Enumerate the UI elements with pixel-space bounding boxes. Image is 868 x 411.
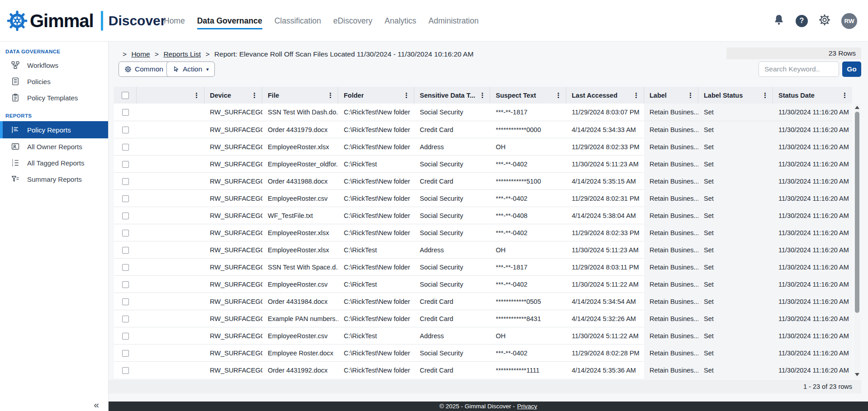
nav-item-data-governance[interactable]: Data Governance: [197, 13, 262, 29]
scroll-down-arrow-icon[interactable]: [855, 373, 859, 376]
row-checkbox[interactable]: [122, 109, 129, 116]
row-checkbox[interactable]: [122, 298, 129, 305]
row-checkbox[interactable]: [122, 127, 129, 133]
column-menu-kebab-icon[interactable]: ⋮: [762, 92, 768, 99]
scrollbar-thumb[interactable]: [855, 112, 859, 313]
search-input[interactable]: [759, 61, 839, 77]
table-row[interactable]: RW_SURFACEGOOrder 4431992.docxC:\RickTes…: [114, 361, 852, 378]
footer-privacy-link[interactable]: Privacy: [517, 403, 537, 410]
cell-file: Order 4431988.docx: [262, 173, 338, 190]
cell-folder: C:\RickTest\New folder: [338, 293, 414, 310]
nav-item-home[interactable]: Home: [164, 13, 185, 29]
cell-suspect: ***-**-0402: [490, 156, 566, 173]
help-icon[interactable]: ?: [796, 15, 808, 27]
nav-item-ediscovery[interactable]: eDiscovery: [333, 13, 373, 29]
column-menu-kebab-icon[interactable]: ⋮: [555, 92, 562, 99]
user-avatar[interactable]: RW: [841, 13, 857, 29]
column-menu-kebab-icon[interactable]: ⋮: [633, 92, 640, 99]
sidebar-item-policies[interactable]: Policies: [0, 73, 108, 90]
sidebar: DATA GOVERNANCEWorkflowsPoliciesPolicy T…: [0, 42, 109, 411]
sidebar-item-all-owner-reports[interactable]: All Owner Reports: [0, 138, 108, 155]
row-checkbox[interactable]: [122, 230, 129, 236]
table-row[interactable]: RW_SURFACEGOOrder 4431979.docxC:\RickTes…: [114, 121, 852, 138]
cell-status_date: 11/30/2024 11:16:20 AM: [773, 224, 852, 241]
breadcrumb-link-reports-list[interactable]: Reports List: [163, 50, 201, 58]
table-row[interactable]: RW_SURFACEGOEmployeeRoster_oldfor...C:\R…: [114, 155, 852, 172]
row-checkbox[interactable]: [122, 264, 129, 271]
breadcrumb-link-home[interactable]: Home: [131, 50, 150, 58]
cell-sensitive: Credit Card: [414, 293, 490, 310]
nav-item-classification[interactable]: Classification: [275, 13, 321, 29]
settings-gear-icon[interactable]: [818, 14, 831, 28]
sidebar-item-summary-reports[interactable]: Summary Reports: [0, 171, 108, 187]
select-all-checkbox[interactable]: [122, 92, 129, 99]
table-row[interactable]: RW_SURFACEGOEmployee Roster.docxC:\RickT…: [114, 344, 852, 361]
table-row[interactable]: RW_SURFACEGOEmployeeRoster.xlsxC:\RickTe…: [114, 224, 852, 241]
cell-file: WF_TestFile.txt: [262, 207, 338, 224]
row-checkbox[interactable]: [122, 316, 129, 322]
table-row[interactable]: RW_SURFACEGOEmployeeRoster.xlsxC:\RickTe…: [114, 241, 852, 258]
nav-item-analytics[interactable]: Analytics: [384, 13, 416, 29]
row-checkbox[interactable]: [122, 350, 129, 357]
sidebar-item-workflows[interactable]: Workflows: [0, 57, 108, 73]
scroll-up-arrow-icon[interactable]: [855, 106, 859, 109]
cell-label_status: Set: [698, 293, 773, 310]
table-row[interactable]: RW_SURFACEGOEmployeeRoster.csvC:\RickTes…: [114, 327, 852, 344]
workflow-icon: [11, 61, 20, 70]
cell-last_accessed: 4/14/2024 5:34:33 AM: [566, 121, 644, 138]
cell-suspect: OH: [490, 327, 566, 345]
sidebar-collapse-icon[interactable]: «: [94, 399, 99, 410]
sidebar-item-all-tagged-reports[interactable]: All Tagged Reports: [0, 155, 108, 171]
vertical-scrollbar[interactable]: [854, 104, 860, 378]
table-row[interactable]: RW_SURFACEGOOrder 4431988.docxC:\RickTes…: [114, 172, 852, 189]
action-dropdown-button[interactable]: Action ▾: [166, 61, 215, 77]
table-row[interactable]: RW_SURFACEGOEmployeeRoster.csvC:\RickTes…: [114, 189, 852, 207]
footer-bar: © 2025 - Gimmal Discover - Privacy: [109, 402, 868, 411]
cell-blank: [137, 327, 204, 345]
row-checkbox[interactable]: [122, 161, 129, 168]
row-select-cell: [114, 173, 137, 190]
cell-label: Retain Busines...: [644, 327, 698, 345]
row-checkbox[interactable]: [122, 247, 129, 254]
row-checkbox[interactable]: [122, 213, 129, 219]
table-row[interactable]: RW_SURFACEGOSSN Test With Dash.do...C:\R…: [114, 104, 852, 121]
sidebar-item-policy-reports[interactable]: Policy Reports: [0, 121, 108, 138]
row-checkbox[interactable]: [122, 144, 129, 151]
cell-blank: [137, 259, 204, 276]
column-menu-kebab-icon[interactable]: ⋮: [193, 92, 200, 99]
column-menu-kebab-icon[interactable]: ⋮: [403, 92, 410, 99]
row-checkbox[interactable]: [122, 367, 129, 374]
cell-last_accessed: 4/14/2024 5:35:15 AM: [566, 173, 644, 190]
cell-device: RW_SURFACEGO: [204, 207, 262, 224]
table-row[interactable]: RW_SURFACEGOSSN Test With Space.d...C:\R…: [114, 258, 852, 275]
go-button[interactable]: Go: [842, 61, 861, 77]
cell-sensitive: Address: [414, 327, 490, 345]
row-checkbox[interactable]: [122, 178, 129, 185]
row-checkbox[interactable]: [122, 333, 129, 340]
cell-sensitive: Social Security: [414, 224, 490, 241]
nav-item-administration[interactable]: Administration: [428, 13, 479, 29]
table-row[interactable]: RW_SURFACEGOEmployeeRoster.xlsxC:\RickTe…: [114, 138, 852, 155]
table-row[interactable]: RW_SURFACEGOOrder 4431984.docxC:\RickTes…: [114, 293, 852, 310]
cell-label_status: Set: [698, 241, 773, 259]
cell-file: Order 4431992.docx: [262, 362, 338, 379]
policy-reports-icon: [11, 125, 20, 134]
column-menu-kebab-icon[interactable]: ⋮: [687, 92, 694, 99]
table-row[interactable]: RW_SURFACEGOWF_TestFile.txtC:\RickTest\N…: [114, 207, 852, 224]
sidebar-item-policy-templates[interactable]: Policy Templates: [0, 90, 108, 106]
cell-suspect: ***-**-0402: [490, 190, 566, 207]
column-menu-kebab-icon[interactable]: ⋮: [479, 92, 486, 99]
table-row[interactable]: RW_SURFACEGOExample PAN numbers...C:\Ric…: [114, 310, 852, 327]
table-row[interactable]: RW_SURFACEGOEmployeeRoster.csvC:\RickTes…: [114, 275, 852, 293]
column-menu-kebab-icon[interactable]: ⋮: [841, 92, 848, 99]
cell-file: SSN Test With Dash.do...: [262, 104, 338, 121]
notifications-bell-icon[interactable]: [773, 14, 785, 28]
column-menu-kebab-icon[interactable]: ⋮: [251, 92, 258, 99]
pagination-summary: 1 - 23 of 23 rows: [109, 380, 861, 393]
cell-folder: C:\RickTest\New folder: [338, 121, 414, 138]
column-menu-kebab-icon[interactable]: ⋮: [327, 92, 334, 99]
cell-status_date: 11/30/2024 11:16:20 AM: [773, 293, 852, 310]
cell-folder: C:\RickTest\New folder: [338, 310, 414, 327]
row-checkbox[interactable]: [122, 195, 129, 202]
row-checkbox[interactable]: [122, 281, 129, 288]
